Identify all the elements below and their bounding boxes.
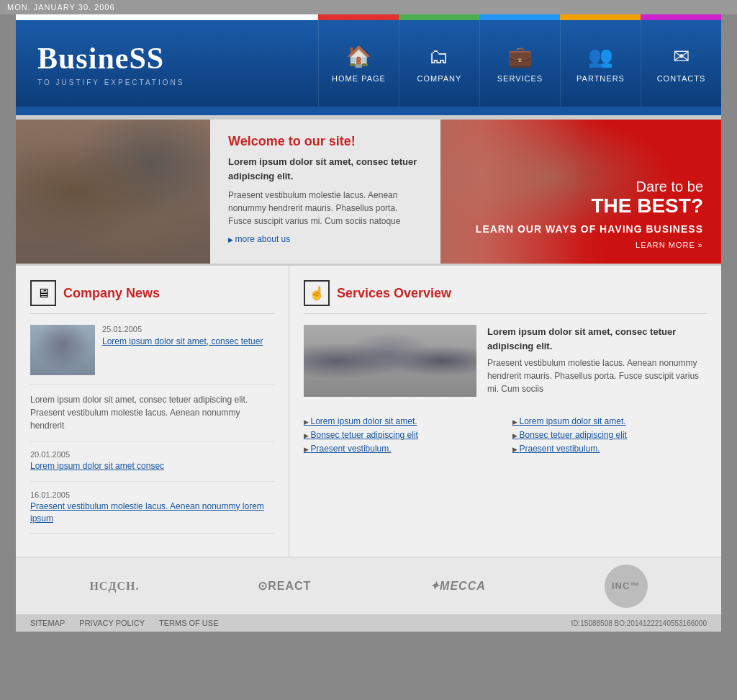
logo-title: BusineSS — [37, 41, 297, 76]
partner-logo-2: ✦MECCA — [430, 579, 486, 593]
news-date-1: 25.01.2005 — [102, 325, 263, 333]
footer: SITEMAPPRIVACY POLICYTERMS OF USE ID:150… — [16, 614, 721, 632]
nav-icon-4: ✉ — [673, 45, 690, 68]
news-date-2: 20.01.2005 — [30, 450, 274, 459]
nav-icon-2: 💼 — [507, 45, 533, 68]
service-link-right-1[interactable]: Bonsec tetuer adipiscing elit — [512, 430, 707, 440]
partner-logo-0: HCДCH. — [89, 580, 139, 593]
header-bottom-bar — [16, 107, 721, 115]
nav-item-contacts[interactable]: ✉CONTACTS — [641, 20, 721, 107]
hero-cta[interactable]: LEARN MORE — [458, 241, 703, 249]
site-wrapper: BusineSS TO JUSTIFY EXPECTATIONS 🏠HOME P… — [16, 14, 721, 632]
company-news-column: 🖥 Company News 25.01.2005 Lorem ipsum do… — [16, 266, 289, 557]
news-date-3: 16.01.2005 — [30, 490, 274, 499]
services-title: Services Overview — [337, 286, 451, 301]
hero-heading: Welcome to our site! — [228, 134, 422, 149]
footer-id: ID:15088508 BO:20141222140553166000 — [571, 619, 707, 627]
services-content: Lorem ipsum dolor sit amet, consec tetue… — [304, 325, 707, 405]
news-title: Company News — [63, 286, 160, 301]
nav-label-2: SERVICES — [497, 74, 543, 83]
nav-item-services[interactable]: 💼SERVICES — [479, 20, 560, 107]
nav-area: 🏠HOME PAGE🗂COMPANY💼SERVICES👥PARTNERS✉CON… — [318, 20, 721, 107]
color-stripe-segment — [318, 14, 399, 20]
services-section-header: ☝ Services Overview — [304, 280, 707, 314]
service-link-left-2[interactable]: Praesent vestibulum. — [304, 444, 498, 454]
service-links: Lorem ipsum dolor sit amet.Bonsec tetuer… — [304, 416, 707, 457]
hero-right: Dare to be THE BEST? LEARN OUR WAYS OF H… — [440, 120, 721, 264]
services-desc-body: Praesent vestibulum molestie lacus. Aene… — [487, 358, 699, 394]
header: BusineSS TO JUSTIFY EXPECTATIONS 🏠HOME P… — [16, 20, 721, 107]
news-body-1: Lorem ipsum dolor sit amet, consec tetue… — [30, 393, 274, 441]
news-item-3: 16.01.2005 Praesent vestibulum molestie … — [30, 490, 274, 534]
news-link-3[interactable]: Praesent vestibulum molestie lacus. Aene… — [30, 501, 264, 524]
services-column: ☝ Services Overview Lorem ipsum dolor si… — [289, 266, 721, 557]
logo-area: BusineSS TO JUSTIFY EXPECTATIONS — [16, 20, 318, 107]
news-item-1: 25.01.2005 Lorem ipsum dolor sit amet, c… — [30, 325, 274, 385]
nav-label-1: COMPANY — [417, 74, 462, 83]
nav-icon-3: 👥 — [588, 45, 614, 68]
partners-bar: HCДCH.⊙REACT✦MECCAINC™ — [16, 557, 721, 614]
color-stripe-segment — [560, 14, 641, 20]
services-description: Lorem ipsum dolor sit amet, consec tetue… — [487, 325, 707, 395]
news-item-1-content: 25.01.2005 Lorem ipsum dolor sit amet, c… — [102, 325, 263, 375]
services-image — [304, 325, 476, 397]
footer-link-0[interactable]: SITEMAP — [30, 619, 65, 627]
service-link-left-1[interactable]: Bonsec tetuer adipiscing elit — [304, 430, 498, 440]
service-link-right-2[interactable]: Praesent vestibulum. — [512, 444, 707, 454]
partner-logo-1: ⊙REACT — [258, 579, 311, 593]
date-bar: MON. JANUARY 30. 2006 — [0, 0, 737, 14]
hero-left-bg — [16, 120, 210, 264]
news-thumb-1 — [30, 325, 95, 375]
nav-label-4: CONTACTS — [657, 74, 706, 83]
hero-line3: LEARN OUR WAYS OF HAVING BUSINESS — [458, 223, 703, 235]
hero-line2: THE BEST? — [458, 195, 703, 217]
color-stripe — [318, 14, 721, 20]
nav-item-company[interactable]: 🗂COMPANY — [399, 20, 479, 107]
hero-body: Praesent vestibulum molestie lacus. Aene… — [228, 189, 422, 228]
nav-item-home-page[interactable]: 🏠HOME PAGE — [318, 20, 399, 107]
service-link-right-0[interactable]: Lorem ipsum dolor sit amet. — [512, 416, 707, 426]
nav-label-0: HOME PAGE — [332, 74, 386, 83]
nav-label-3: PARTNERS — [577, 74, 625, 83]
news-link-1[interactable]: Lorem ipsum dolor sit amet, consec tetue… — [102, 336, 263, 346]
nav-item-partners[interactable]: 👥PARTNERS — [560, 20, 641, 107]
footer-links: SITEMAPPRIVACY POLICYTERMS OF USE — [30, 619, 219, 627]
service-link-left-0[interactable]: Lorem ipsum dolor sit amet. — [304, 416, 498, 426]
news-section-header: 🖥 Company News — [30, 280, 274, 314]
color-stripe-segment — [641, 14, 721, 20]
news-item-2: 20.01.2005 Lorem ipsum dolor sit amet co… — [30, 450, 274, 482]
hero-section: Welcome to our site! Lorem ipsum dolor s… — [16, 120, 721, 264]
main-content: 🖥 Company News 25.01.2005 Lorem ipsum do… — [16, 266, 721, 557]
nav-icon-0: 🏠 — [346, 45, 372, 68]
footer-link-1[interactable]: PRIVACY POLICY — [79, 619, 145, 627]
service-links-right: Lorem ipsum dolor sit amet.Bonsec tetuer… — [512, 416, 707, 457]
hero-line1: Dare to be — [458, 179, 703, 195]
news-link-2[interactable]: Lorem ipsum dolor sit amet consec — [30, 461, 164, 471]
hero-left-image — [16, 120, 210, 264]
hero-right-text: Dare to be THE BEST? LEARN OUR WAYS OF H… — [458, 179, 703, 249]
hero-center: Welcome to our site! Lorem ipsum dolor s… — [210, 120, 440, 264]
footer-link-2[interactable]: TERMS OF USE — [159, 619, 219, 627]
nav-icon-1: 🗂 — [429, 45, 450, 68]
partner-logo-3: INC™ — [605, 565, 648, 608]
color-stripe-segment — [479, 14, 560, 20]
services-desc-bold: Lorem ipsum dolor sit amet, consec tetue… — [487, 325, 707, 353]
news-icon: 🖥 — [30, 280, 56, 306]
services-icon: ☝ — [304, 280, 330, 306]
color-stripe-segment — [399, 14, 479, 20]
hero-more-link[interactable]: more about us — [228, 234, 290, 244]
service-links-left: Lorem ipsum dolor sit amet.Bonsec tetuer… — [304, 416, 498, 457]
hero-bold-intro: Lorem ipsum dolor sit amet, consec tetue… — [228, 155, 422, 183]
logo-subtitle: TO JUSTIFY EXPECTATIONS — [37, 78, 297, 86]
date-text: MON. JANUARY 30. 2006 — [7, 3, 115, 12]
